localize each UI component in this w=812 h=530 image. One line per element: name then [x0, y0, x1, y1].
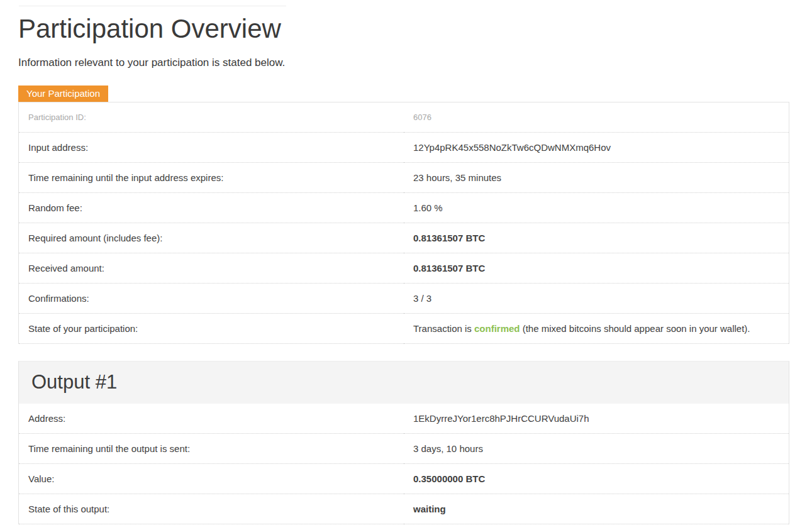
output-1-panel: Output #1 Address: 1EkDyrreJYor1erc8hPJH… [18, 361, 789, 524]
row-value: 1.60 % [404, 192, 789, 223]
table-row-required-amount: Required amount (includes fee): 0.813615… [19, 223, 789, 253]
row-label: Received amount: [19, 253, 404, 283]
table-row-time-remaining-output: Time remaining until the output is sent:… [19, 433, 789, 463]
row-label: Time remaining until the input address e… [19, 162, 404, 192]
row-value: 0.35000000 BTC [404, 463, 789, 494]
table-row-participation-id: Participation ID: 6076 [19, 102, 789, 132]
your-participation-badge: Your Participation [18, 86, 108, 102]
row-value: 3 days, 10 hours [404, 433, 789, 463]
status-confirmed: confirmed [474, 323, 520, 334]
table-row-participation-state: State of your participation: Transaction… [19, 313, 789, 343]
table-row-random-fee: Random fee: 1.60 % [19, 192, 789, 223]
status-waiting: waiting [404, 494, 789, 524]
state-text-suffix: (the mixed bitcoins should appear soon i… [520, 323, 750, 334]
row-label: Participation ID: [19, 102, 404, 132]
row-label: Confirmations: [19, 283, 404, 313]
row-value: 12Yp4pRK45x558NoZkTw6cQDwNMXmq6Hov [404, 132, 789, 162]
table-row-output-state: State of this output: waiting [19, 494, 789, 524]
row-value: Transaction is confirmed (the mixed bitc… [404, 313, 789, 343]
page-subtitle: Information relevant to your participati… [18, 57, 789, 69]
participation-table: Participation ID: 6076 Input address: 12… [18, 102, 789, 344]
table-row-output-value: Value: 0.35000000 BTC [19, 463, 789, 494]
output-1-header: Output #1 [19, 362, 789, 404]
row-label: Random fee: [19, 192, 404, 223]
row-value: 0.81361507 BTC [404, 223, 789, 253]
row-value: 6076 [404, 102, 789, 132]
table-row-received-amount: Received amount: 0.81361507 BTC [19, 253, 789, 283]
row-label: State of your participation: [19, 313, 404, 343]
table-row-output-address: Address: 1EkDyrreJYor1erc8hPJHrCCURVudaU… [19, 404, 789, 434]
row-label: State of this output: [19, 494, 404, 524]
table-row-input-address: Input address: 12Yp4pRK45x558NoZkTw6cQDw… [19, 132, 789, 162]
row-label: Time remaining until the output is sent: [19, 433, 404, 463]
table-row-confirmations: Confirmations: 3 / 3 [19, 283, 789, 313]
row-label: Value: [19, 463, 404, 494]
table-row-time-remaining-input: Time remaining until the input address e… [19, 162, 789, 192]
output-1-table: Address: 1EkDyrreJYor1erc8hPJHrCCURVudaU… [19, 404, 789, 524]
page-title: Participation Overview [18, 14, 789, 44]
top-divider [19, 6, 286, 6]
row-label: Required amount (includes fee): [19, 223, 404, 253]
row-label: Address: [19, 404, 404, 434]
row-value: 3 / 3 [404, 283, 789, 313]
row-value: 1EkDyrreJYor1erc8hPJHrCCURVudaUi7h [404, 404, 789, 434]
row-label: Input address: [19, 132, 404, 162]
page-content: Participation Overview Information relev… [18, 6, 789, 524]
row-value: 23 hours, 35 minutes [404, 162, 789, 192]
row-value: 0.81361507 BTC [404, 253, 789, 283]
state-text-prefix: Transaction is [413, 323, 474, 334]
